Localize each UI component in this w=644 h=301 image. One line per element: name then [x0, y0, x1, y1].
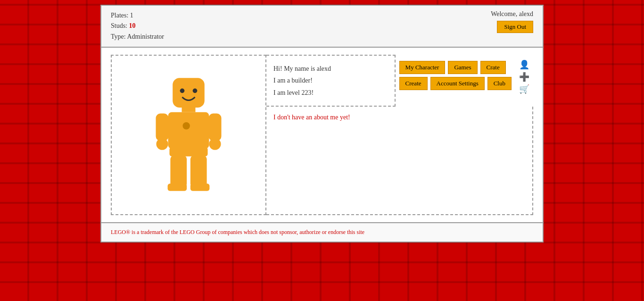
- sign-out-button[interactable]: Sign Out: [497, 21, 533, 33]
- games-button[interactable]: Games: [448, 61, 477, 74]
- about-text: I don't have an about me yet!: [273, 114, 350, 121]
- info-top: Hi! My name is alexd I am a builder! I a…: [266, 55, 533, 107]
- cart-icon: 🛒: [519, 84, 529, 94]
- nav-row-2: Create Account Settings Club: [399, 77, 512, 90]
- content-inner: Hi! My name is alexd I am a builder! I a…: [111, 55, 533, 215]
- character-line2: I am a builder!: [273, 75, 388, 86]
- svg-point-2: [193, 89, 198, 93]
- type-stat: Type: Administrator: [111, 32, 164, 42]
- svg-rect-11: [170, 156, 187, 188]
- welcome-text: Welcome, alexd: [491, 10, 533, 18]
- svg-rect-6: [156, 114, 168, 141]
- studs-stat: Studs: 10: [111, 21, 164, 31]
- character-line1: Hi! My name is alexd: [273, 63, 388, 75]
- studs-value: 10: [129, 22, 136, 29]
- plates-stat: Plates: 1: [111, 10, 164, 21]
- svg-rect-4: [168, 112, 209, 149]
- person-icon: 👤: [519, 59, 529, 70]
- footer: LEGO® is a trademark of the LEGO Group o…: [101, 222, 543, 242]
- crate-button[interactable]: Crate: [480, 61, 506, 74]
- plates-label: Plates:: [111, 12, 128, 19]
- nav-row-1: My Character Games Crate: [399, 61, 506, 74]
- main-container: Plates: 1 Studs: 10 Type: Administrator …: [100, 5, 544, 242]
- svg-rect-12: [190, 156, 207, 188]
- svg-rect-14: [190, 184, 210, 191]
- top-right-section: My Character Games Crate Create Account …: [396, 55, 533, 107]
- svg-rect-13: [168, 184, 187, 191]
- svg-rect-10: [169, 147, 207, 156]
- svg-point-8: [156, 138, 168, 150]
- character-info-box: Hi! My name is alexd I am a builder! I a…: [266, 55, 396, 107]
- header-right: Welcome, alexd Sign Out: [491, 10, 533, 33]
- svg-point-5: [182, 122, 190, 129]
- lego-figure: [146, 69, 231, 201]
- svg-rect-7: [208, 114, 221, 141]
- svg-point-1: [180, 89, 185, 93]
- studs-label: Studs:: [111, 22, 127, 29]
- info-panel: Hi! My name is alexd I am a builder! I a…: [266, 55, 533, 215]
- header: Plates: 1 Studs: 10 Type: Administrator …: [101, 6, 543, 48]
- content-area: Hi! My name is alexd I am a builder! I a…: [101, 48, 543, 222]
- character-panel: [111, 55, 266, 215]
- club-button[interactable]: Club: [487, 77, 512, 90]
- my-character-button[interactable]: My Character: [399, 61, 446, 74]
- add-person-icon: ➕: [519, 72, 529, 82]
- create-button[interactable]: Create: [399, 77, 428, 90]
- account-settings-button[interactable]: Account Settings: [430, 77, 485, 90]
- nav-icons: 👤 ➕ 🛒: [515, 57, 533, 97]
- plates-value: 1: [130, 12, 133, 19]
- character-line3: I am level 223!: [273, 87, 388, 99]
- svg-rect-0: [173, 78, 205, 108]
- nav-buttons-panel: My Character Games Crate Create Account …: [396, 57, 515, 94]
- type-value: Administrator: [127, 33, 164, 40]
- svg-rect-3: [182, 107, 196, 112]
- svg-point-9: [209, 138, 221, 150]
- type-label: Type:: [111, 33, 126, 40]
- header-stats: Plates: 1 Studs: 10 Type: Administrator: [111, 10, 164, 42]
- about-panel: I don't have an about me yet!: [266, 107, 533, 215]
- footer-text: LEGO® is a trademark of the LEGO Group o…: [111, 229, 364, 235]
